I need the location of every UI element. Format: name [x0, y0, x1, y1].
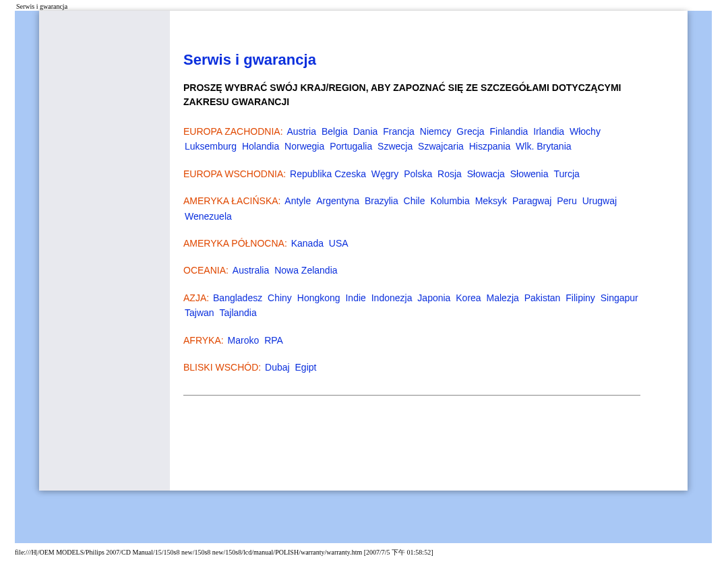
region-name: OCEANIA:	[183, 265, 229, 276]
country-link[interactable]: Słowenia	[510, 168, 549, 179]
intro-text: PROSZĘ WYBRAĆ SWÓJ KRAJ/REGION, ABY ZAPO…	[183, 81, 640, 109]
country-link[interactable]: Dania	[353, 126, 378, 137]
regions-list: EUROPA ZACHODNIA: Austria Belgia Dania F…	[183, 124, 640, 375]
country-link[interactable]: Norwegia	[284, 141, 324, 152]
country-link[interactable]: Słowacja	[467, 168, 505, 179]
region-block: AFRYKA: Maroko RPA	[183, 333, 640, 348]
country-link[interactable]: Bangladesz	[213, 292, 262, 303]
sidebar	[39, 11, 170, 491]
country-link[interactable]: Francja	[383, 126, 415, 137]
country-link[interactable]: Tajlandia	[219, 307, 256, 318]
country-link[interactable]: Finlandia	[489, 126, 528, 137]
page-area: Serwis i gwarancja PROSZĘ WYBRAĆ SWÓJ KR…	[39, 11, 688, 491]
content-area: Serwis i gwarancja PROSZĘ WYBRAĆ SWÓJ KR…	[170, 11, 688, 491]
country-link[interactable]: Szwajcaria	[418, 141, 464, 152]
region-name: AMERYKA PÓŁNOCNA:	[183, 238, 287, 249]
country-link[interactable]: Hongkong	[297, 292, 340, 303]
country-link[interactable]: Irlandia	[533, 126, 564, 137]
country-link[interactable]: Polska	[404, 168, 432, 179]
region-name: EUROPA WSCHODNIA:	[183, 168, 286, 179]
country-link[interactable]: Grecja	[456, 126, 484, 137]
divider	[183, 395, 640, 396]
country-link[interactable]: Portugalia	[330, 141, 372, 152]
country-link[interactable]: Peru	[557, 195, 577, 206]
region-block: AMERYKA ŁACIŃSKA: Antyle Argentyna Brazy…	[183, 193, 640, 224]
country-link[interactable]: Pakistan	[524, 292, 561, 303]
country-link[interactable]: Australia	[233, 265, 269, 276]
country-link[interactable]: Indonezja	[371, 292, 413, 303]
country-link[interactable]: USA	[329, 238, 348, 249]
country-link[interactable]: Austria	[286, 126, 316, 137]
country-link[interactable]: Wenezuela	[185, 211, 232, 222]
region-block: AMERYKA PÓŁNOCNA: Kanada USA	[183, 236, 640, 251]
country-link[interactable]: Japonia	[417, 292, 450, 303]
country-link[interactable]: Meksyk	[475, 195, 507, 206]
country-link[interactable]: Maroko	[228, 335, 260, 346]
region-name: AMERYKA ŁACIŃSKA:	[183, 195, 280, 206]
country-link[interactable]: Belgia	[322, 126, 348, 137]
region-block: OCEANIA: Australia Nowa Zelandia	[183, 263, 640, 278]
country-link[interactable]: RPA	[264, 335, 283, 346]
region-name: AFRYKA:	[183, 335, 224, 346]
country-link[interactable]: Tajwan	[185, 307, 214, 318]
country-link[interactable]: Rosja	[437, 168, 462, 179]
region-block: EUROPA WSCHODNIA: Republika Czeska Węgry…	[183, 166, 640, 181]
region-name: AZJA:	[183, 292, 209, 303]
country-link[interactable]: Chiny	[268, 292, 292, 303]
country-link[interactable]: Luksemburg	[185, 141, 237, 152]
country-link[interactable]: Urugwaj	[582, 195, 617, 206]
country-link[interactable]: Malezja	[487, 292, 519, 303]
country-link[interactable]: Kolumbia	[430, 195, 469, 206]
country-link[interactable]: Paragwaj	[512, 195, 551, 206]
country-link[interactable]: Kanada	[291, 238, 324, 249]
page-title: Serwis i gwarancja	[183, 51, 640, 69]
country-link[interactable]: Argentyna	[316, 195, 359, 206]
country-link[interactable]: Turcja	[553, 168, 579, 179]
outer-panel: Serwis i gwarancja PROSZĘ WYBRAĆ SWÓJ KR…	[15, 11, 712, 543]
country-link[interactable]: Indie	[345, 292, 365, 303]
country-link[interactable]: Republika Czeska	[290, 168, 366, 179]
country-link[interactable]: Włochy	[570, 126, 601, 137]
region-block: BLISKI WSCHÓD: Dubaj Egipt	[183, 360, 640, 375]
country-link[interactable]: Filipiny	[566, 292, 595, 303]
country-link[interactable]: Nowa Zelandia	[274, 265, 337, 276]
region-name: EUROPA ZACHODNIA:	[183, 126, 283, 137]
country-link[interactable]: Egipt	[295, 362, 317, 373]
country-link[interactable]: Singapur	[601, 292, 638, 303]
country-link[interactable]: Holandia	[242, 141, 279, 152]
country-link[interactable]: Węgry	[371, 168, 398, 179]
footer-path: file:///H|/OEM MODELS/Philips 2007/CD Ma…	[15, 548, 433, 557]
page-header: Serwis i gwarancja	[16, 3, 67, 10]
country-link[interactable]: Chile	[404, 195, 425, 206]
country-link[interactable]: Szwecja	[377, 141, 413, 152]
region-block: EUROPA ZACHODNIA: Austria Belgia Dania F…	[183, 124, 640, 154]
country-link[interactable]: Korea	[456, 292, 481, 303]
country-link[interactable]: Niemcy	[420, 126, 452, 137]
region-name: BLISKI WSCHÓD:	[183, 362, 261, 373]
country-link[interactable]: Brazylia	[365, 195, 398, 206]
country-link[interactable]: Antyle	[284, 195, 311, 206]
country-link[interactable]: Dubaj	[265, 362, 290, 373]
country-link[interactable]: Wlk. Brytania	[516, 141, 571, 152]
region-block: AZJA: Bangladesz Chiny Hongkong Indie In…	[183, 290, 640, 321]
country-link[interactable]: Hiszpania	[469, 141, 510, 152]
